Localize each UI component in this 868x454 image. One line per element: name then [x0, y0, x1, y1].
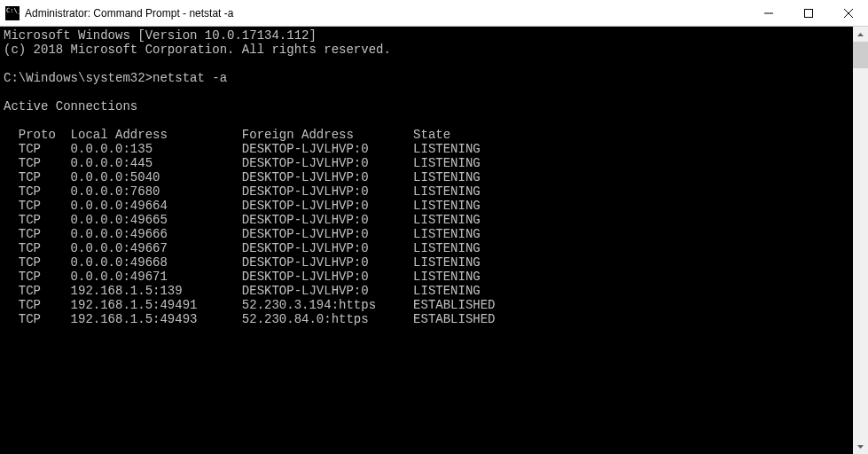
close-button[interactable]	[828, 0, 868, 26]
minimize-icon	[764, 9, 773, 18]
chevron-down-icon	[857, 445, 864, 449]
scrollbar[interactable]	[853, 27, 868, 454]
title-bar-left: Administrator: Command Prompt - netstat …	[0, 6, 748, 20]
column-headers: Proto Local Address Foreign Address Stat…	[4, 128, 849, 142]
maximize-button[interactable]	[788, 0, 828, 26]
table-row: TCP 0.0.0.0:135 DESKTOP-LJVLHVP:0 LISTEN…	[4, 142, 849, 156]
terminal-content[interactable]: Microsoft Windows [Version 10.0.17134.11…	[0, 27, 853, 454]
scroll-thumb[interactable]	[853, 42, 868, 68]
scroll-up-arrow[interactable]	[853, 27, 868, 42]
table-row: TCP 192.168.1.5:139 DESKTOP-LJVLHVP:0 LI…	[4, 284, 849, 298]
minimize-button[interactable]	[748, 0, 788, 26]
maximize-icon	[804, 9, 813, 18]
blank-line	[4, 85, 849, 99]
line-version: Microsoft Windows [Version 10.0.17134.11…	[4, 28, 849, 43]
line-copyright: (c) 2018 Microsoft Corporation. All righ…	[4, 43, 849, 57]
scroll-down-arrow[interactable]	[853, 439, 868, 454]
table-row: TCP 0.0.0.0:49667 DESKTOP-LJVLHVP:0 LIST…	[4, 241, 849, 255]
window-controls	[748, 0, 868, 26]
svg-marker-4	[857, 33, 864, 36]
terminal-area: Microsoft Windows [Version 10.0.17134.11…	[0, 27, 868, 454]
blank-line	[4, 114, 849, 128]
table-row: TCP 0.0.0.0:5040 DESKTOP-LJVLHVP:0 LISTE…	[4, 170, 849, 184]
table-row: TCP 0.0.0.0:7680 DESKTOP-LJVLHVP:0 LISTE…	[4, 184, 849, 199]
scroll-track[interactable]	[853, 42, 868, 439]
table-row: TCP 0.0.0.0:49665 DESKTOP-LJVLHVP:0 LIST…	[4, 213, 849, 227]
prompt: C:\Windows\system32>	[4, 71, 152, 85]
blank-line	[4, 57, 849, 71]
command: netstat -a	[152, 71, 227, 85]
window-title: Administrator: Command Prompt - netstat …	[25, 7, 233, 20]
table-row: TCP 192.168.1.5:49491 52.230.3.194:https…	[4, 298, 849, 312]
svg-rect-1	[804, 9, 812, 17]
table-row: TCP 0.0.0.0:49668 DESKTOP-LJVLHVP:0 LIST…	[4, 255, 849, 270]
table-row: TCP 192.168.1.5:49493 52.230.84.0:https …	[4, 312, 849, 326]
prompt-line: C:\Windows\system32>netstat -a	[4, 71, 849, 85]
table-row: TCP 0.0.0.0:49671 DESKTOP-LJVLHVP:0 LIST…	[4, 270, 849, 284]
svg-marker-5	[857, 445, 864, 449]
title-bar[interactable]: Administrator: Command Prompt - netstat …	[0, 0, 868, 27]
active-connections-header: Active Connections	[4, 99, 849, 114]
close-icon	[844, 9, 853, 18]
table-row: TCP 0.0.0.0:445 DESKTOP-LJVLHVP:0 LISTEN…	[4, 156, 849, 170]
cmd-icon	[5, 6, 20, 20]
table-row: TCP 0.0.0.0:49664 DESKTOP-LJVLHVP:0 LIST…	[4, 199, 849, 213]
table-row: TCP 0.0.0.0:49666 DESKTOP-LJVLHVP:0 LIST…	[4, 227, 849, 241]
chevron-up-icon	[857, 33, 864, 36]
